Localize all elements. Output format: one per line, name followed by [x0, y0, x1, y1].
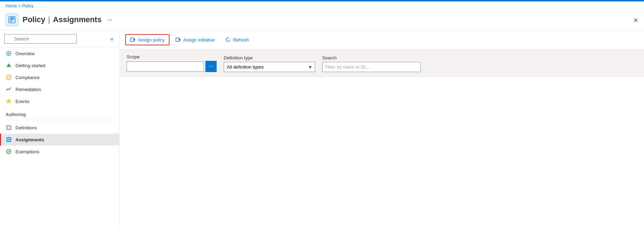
assign-policy-button[interactable]: Assign policy [125, 34, 170, 45]
search-filter-group: Search [322, 55, 421, 72]
events-label: Events [15, 99, 30, 104]
assign-initiative-icon [176, 37, 181, 43]
definitions-icon [6, 124, 12, 131]
definition-type-label: Definition type [224, 55, 315, 60]
svg-rect-9 [7, 126, 10, 129]
refresh-button[interactable]: Refresh [221, 34, 254, 45]
scope-input-row: ··· [127, 61, 217, 72]
search-container: 🔍 « [0, 31, 119, 47]
breadcrumb-current: Policy [22, 4, 33, 8]
search-filter-label: Search [322, 55, 421, 60]
definition-type-select[interactable]: All definition types Built-in Custom Sta… [224, 62, 315, 72]
page-icon [6, 13, 18, 26]
scope-group: Scope ··· [127, 54, 217, 72]
svg-rect-1 [10, 18, 14, 19]
nav-definitions[interactable]: Definitions [0, 122, 119, 134]
remediation-label: Remediation [15, 87, 41, 92]
getting-started-label: Getting started [15, 63, 45, 68]
nav-exemptions[interactable]: Exemptions [0, 146, 119, 158]
nav-compliance[interactable]: Compliance [0, 71, 119, 83]
compliance-icon [6, 74, 12, 81]
assign-initiative-button[interactable]: Assign initiative [171, 34, 219, 45]
svg-marker-7 [6, 99, 11, 103]
nav-assignments[interactable]: Assignments [0, 134, 119, 146]
refresh-icon [225, 37, 231, 43]
svg-marker-16 [228, 37, 229, 38]
nav-overview[interactable]: Overview [0, 47, 119, 59]
filter-search-input[interactable] [322, 62, 421, 72]
sidebar: 🔍 « Overview Getting started Compliance [0, 31, 120, 227]
more-options-button[interactable]: ··· [105, 15, 115, 24]
scope-browse-button[interactable]: ··· [205, 61, 217, 72]
search-wrapper: 🔍 [4, 34, 107, 44]
scope-input[interactable] [127, 62, 204, 72]
definition-type-wrapper: All definition types Built-in Custom Sta… [224, 62, 315, 72]
search-input[interactable] [4, 34, 77, 44]
nav-getting-started[interactable]: Getting started [0, 59, 119, 71]
getting-started-icon [6, 62, 12, 69]
compliance-label: Compliance [15, 75, 40, 80]
scope-label: Scope [127, 54, 217, 59]
breadcrumb-separator: > [18, 4, 21, 8]
page-title: Policy|Assignments [23, 15, 102, 24]
breadcrumb-home[interactable]: Home [6, 4, 17, 8]
definitions-label: Definitions [15, 125, 37, 130]
overview-label: Overview [15, 51, 34, 56]
svg-rect-3 [10, 21, 12, 21]
assignments-icon [6, 136, 12, 143]
content-area: Assign policy Assign initiative Refresh [120, 31, 644, 227]
collapse-button[interactable]: « [109, 34, 115, 44]
definition-type-group: Definition type All definition types Bui… [224, 55, 315, 72]
assign-policy-icon [130, 37, 136, 43]
close-button[interactable]: ✕ [633, 17, 638, 24]
assignments-label: Assignments [15, 137, 44, 142]
overview-icon [6, 50, 12, 57]
authoring-divider [6, 120, 114, 120]
page-header: Policy|Assignments ··· ✕ [0, 11, 644, 31]
nav-remediation[interactable]: Remediation [0, 83, 119, 95]
authoring-label: Authoring [0, 107, 119, 118]
exemptions-label: Exemptions [15, 149, 39, 154]
svg-point-12 [8, 139, 9, 140]
svg-rect-2 [10, 19, 14, 20]
breadcrumb: Home > Policy [0, 1, 644, 11]
main-layout: 🔍 « Overview Getting started Compliance [0, 31, 644, 227]
filter-area: Scope ··· Definition type All definition… [120, 49, 644, 77]
nav-events[interactable]: Events [0, 95, 119, 107]
events-icon [6, 98, 12, 104]
svg-point-5 [8, 53, 9, 54]
remediation-icon [6, 86, 12, 92]
exemptions-icon [6, 148, 12, 155]
toolbar: Assign policy Assign initiative Refresh [120, 31, 644, 49]
